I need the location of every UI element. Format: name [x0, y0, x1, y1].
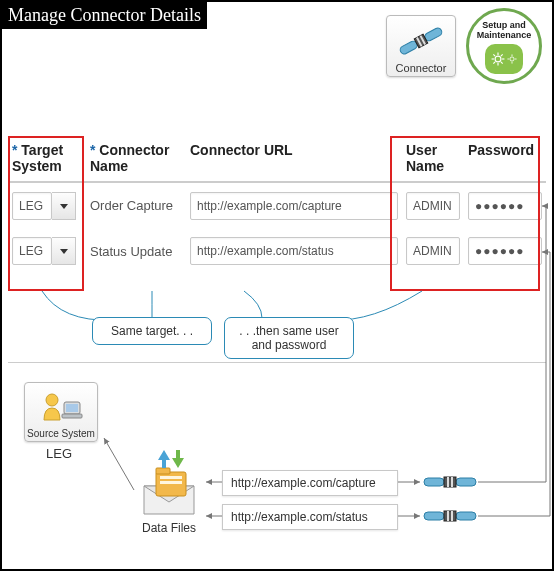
svg-line-11	[501, 62, 503, 64]
svg-point-5	[495, 56, 501, 62]
svg-marker-20	[60, 249, 68, 254]
col-header-target: Target System	[12, 142, 63, 174]
divider	[8, 362, 546, 363]
svg-rect-38	[447, 477, 449, 487]
svg-rect-23	[66, 404, 78, 412]
col-header-url: Connector URL	[186, 140, 402, 182]
gear-icon	[485, 44, 523, 74]
password-input[interactable]: ●●●●●●	[468, 237, 542, 265]
connector-url-input[interactable]: http://example.com/status	[190, 237, 398, 265]
setup-maintenance-badge[interactable]: Setup and Maintenance	[466, 8, 542, 84]
setup-label-line2: Maintenance	[477, 30, 532, 40]
connector-tile-label: Connector	[389, 62, 453, 74]
callout-same-user: . . .then same user and password	[224, 317, 354, 359]
chevron-down-icon[interactable]	[52, 192, 76, 220]
svg-line-12	[493, 62, 495, 64]
svg-rect-41	[456, 512, 476, 520]
connector-icon	[422, 504, 478, 531]
data-file-url: http://example.com/status	[222, 504, 398, 530]
connector-name: Order Capture	[90, 198, 182, 213]
svg-rect-43	[447, 511, 449, 521]
svg-rect-35	[424, 478, 444, 486]
svg-line-13	[501, 54, 503, 56]
data-file-url: http://example.com/capture	[222, 470, 398, 496]
leg-label: LEG	[46, 446, 72, 461]
svg-line-10	[493, 54, 495, 56]
svg-rect-32	[162, 458, 166, 468]
user-input[interactable]: ADMIN	[406, 237, 460, 265]
callout-same-target: Same target. . .	[92, 317, 212, 345]
svg-rect-37	[444, 477, 456, 487]
diagram-frame: Manage Connector Details Connector Setup…	[0, 0, 554, 571]
col-header-name: Connector Name	[90, 142, 169, 174]
svg-rect-36	[456, 478, 476, 486]
svg-rect-39	[451, 477, 453, 487]
svg-rect-30	[160, 481, 182, 484]
user-input[interactable]: ADMIN	[406, 192, 460, 220]
svg-rect-28	[156, 468, 170, 474]
svg-point-14	[510, 57, 514, 61]
svg-line-49	[104, 438, 134, 490]
connector-name: Status Update	[90, 244, 182, 259]
connector-tile[interactable]: Connector	[386, 15, 456, 77]
data-files-label: Data Files	[134, 521, 204, 535]
col-header-user: User Name	[402, 140, 464, 182]
page-title: Manage Connector Details	[2, 2, 207, 29]
connector-url-input[interactable]: http://example.com/capture	[190, 192, 398, 220]
table-row: LEG Order Capture http://example.com/cap…	[8, 182, 546, 228]
source-system-tile[interactable]: Source System	[24, 382, 98, 442]
svg-rect-44	[451, 511, 453, 521]
target-value: LEG	[12, 192, 52, 220]
connector-icon	[422, 470, 478, 497]
source-system-icon	[27, 386, 95, 428]
svg-rect-40	[424, 512, 444, 520]
svg-rect-29	[160, 476, 182, 479]
svg-point-21	[46, 394, 58, 406]
target-select[interactable]: LEG	[12, 192, 82, 220]
connector-table: Target System Connector Name Connector U…	[8, 140, 546, 274]
svg-rect-34	[176, 450, 180, 460]
svg-marker-19	[60, 204, 68, 209]
password-input[interactable]: ●●●●●●	[468, 192, 542, 220]
setup-label-line1: Setup and	[482, 20, 526, 30]
data-files-block: Data Files	[134, 446, 204, 535]
source-system-label: Source System	[27, 428, 95, 439]
chevron-down-icon[interactable]	[52, 237, 76, 265]
col-header-password: Password	[464, 140, 546, 182]
top-right-group: Connector Setup and Maintenance	[386, 8, 542, 84]
bottom-zone: Source System LEG Data Files http://ex	[8, 378, 546, 563]
target-value: LEG	[12, 237, 52, 265]
svg-rect-42	[444, 511, 456, 521]
connector-icon	[389, 20, 453, 62]
target-select[interactable]: LEG	[12, 237, 82, 265]
svg-rect-24	[62, 414, 82, 418]
table-row: LEG Status Update http://example.com/sta…	[8, 228, 546, 274]
data-files-icon	[134, 446, 204, 518]
